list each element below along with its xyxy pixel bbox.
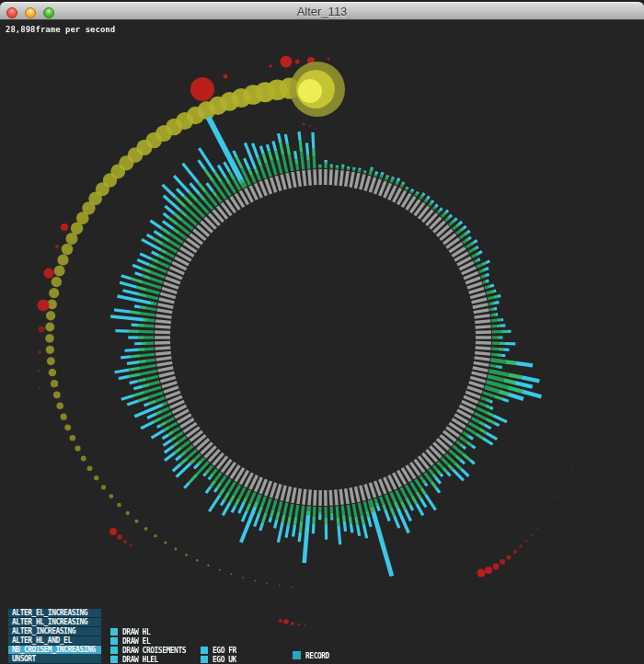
checkbox-icon — [201, 647, 208, 654]
record-checkbox-icon — [293, 651, 301, 659]
sort-mode-item-nb_croisem_increasing[interactable]: NB_CROISEM_INCREASING — [8, 646, 101, 655]
sort-mode-item-alter_hl_and_el[interactable]: ALTER_HL_AND_EL — [8, 636, 101, 646]
visualization-canvas — [0, 20, 644, 664]
draw-option-draw-hlel[interactable]: DRAW HLEL — [110, 656, 186, 664]
fps-counter: 28,898frame per second — [6, 25, 115, 34]
option-label: EGO UK — [213, 656, 236, 664]
option-label: DRAW HL — [122, 628, 150, 636]
app-window: Alter_113 28,898frame per second ALTER_E… — [0, 0, 644, 664]
checkbox-icon — [201, 656, 208, 663]
option-label: DRAW HLEL — [122, 656, 158, 664]
ego-option-ego-fr[interactable]: EGO FR — [201, 647, 236, 656]
sort-mode-menu: ALTER_EL_INCREASINGALTER_HL_INCREASINGAL… — [8, 609, 101, 664]
checkbox-icon — [110, 628, 118, 635]
option-label: DRAW EL — [122, 637, 150, 646]
ego-option-ego-uk[interactable]: EGO UK — [201, 656, 236, 664]
window-title: Alter_113 — [0, 5, 644, 18]
draw-option-draw-el[interactable]: DRAW EL — [110, 637, 186, 647]
record-toggle[interactable]: RECORD — [293, 652, 329, 661]
draw-option-draw-croisements[interactable]: DRAW CROISEMENTS — [110, 647, 186, 656]
checkbox-icon — [110, 656, 118, 663]
sort-mode-item-unsort[interactable]: UNSORT — [8, 655, 101, 664]
ego-options-menu: EGO FREGO UK — [201, 647, 236, 664]
draw-option-draw-hl[interactable]: DRAW HL — [110, 628, 186, 637]
option-label: EGO FR — [213, 647, 236, 655]
sort-mode-item-alter_hl_increasing[interactable]: ALTER_HL_INCREASING — [8, 618, 101, 627]
sort-mode-item-alter_increasing[interactable]: ALTER_INCREASING — [8, 627, 101, 636]
checkbox-icon — [110, 637, 118, 645]
titlebar[interactable]: Alter_113 — [0, 2, 644, 20]
option-label: DRAW CROISEMENTS — [122, 647, 186, 655]
record-label: RECORD — [305, 652, 329, 660]
checkbox-icon — [110, 647, 118, 654]
sort-mode-item-alter_el_increasing[interactable]: ALTER_EL_INCREASING — [8, 609, 101, 618]
draw-options-menu: DRAW HLDRAW ELDRAW CROISEMENTSDRAW HLEL — [110, 628, 186, 664]
